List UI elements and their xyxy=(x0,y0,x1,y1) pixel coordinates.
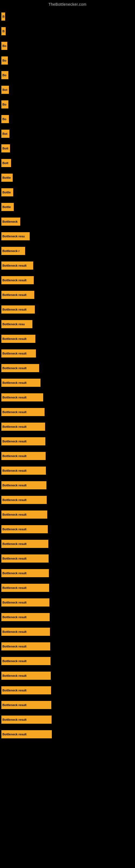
bar-label-48: Bottleneck result xyxy=(2,703,27,707)
bars-container: BBBoBoBoBotBoBoBotBottBottBottleBottleBo… xyxy=(0,8,135,743)
bar-label-22: Bottleneck resu xyxy=(2,322,25,326)
bar-38: Bottleneck result xyxy=(1,554,49,563)
bar-34: Bottleneck result xyxy=(1,496,47,504)
bar-label-31: Bottleneck result xyxy=(2,454,27,458)
bar-label-34: Bottleneck result xyxy=(2,498,27,501)
bar-label-49: Bottleneck result xyxy=(2,718,27,721)
bar-row: Bo xyxy=(1,40,135,54)
bar-row: Bottleneck result xyxy=(1,259,135,273)
bar-row: Bot xyxy=(1,127,135,142)
bar-21: Bottleneck result xyxy=(1,305,35,314)
bar-label-44: Bottleneck result xyxy=(2,645,27,648)
bar-label-28: Bottleneck result xyxy=(2,410,27,414)
bar-20: Bottleneck result xyxy=(1,291,34,299)
bar-47: Bottleneck result xyxy=(1,686,51,694)
bar-label-3: Bo xyxy=(2,44,6,48)
bar-row: Bottle xyxy=(1,201,135,215)
bar-label-17: Bottleneck r xyxy=(2,249,20,252)
bar-label-43: Bottleneck result xyxy=(2,630,27,633)
bar-label-24: Bottleneck result xyxy=(2,352,27,355)
bar-12: Bottle xyxy=(1,174,13,182)
bar-35: Bottleneck result xyxy=(1,510,47,519)
bar-label-19: Bottleneck result xyxy=(2,279,27,282)
bar-row: Bottle xyxy=(1,172,135,186)
bar-17: Bottleneck r xyxy=(1,247,25,255)
bar-45: Bottleneck result xyxy=(1,657,50,665)
bar-label-15: Bottleneck xyxy=(2,220,17,223)
bar-label-16: Bottleneck resu xyxy=(2,235,25,238)
bar-39: Bottleneck result xyxy=(1,569,49,577)
bar-row: Bottleneck result xyxy=(1,655,135,669)
bar-row: Bottleneck result xyxy=(1,670,135,684)
bar-label-46: Bottleneck result xyxy=(2,674,27,677)
bar-label-35: Bottleneck result xyxy=(2,513,27,516)
bar-41: Bottleneck result xyxy=(1,598,49,607)
bar-row: Bottleneck result xyxy=(1,567,135,581)
bar-6: Bot xyxy=(1,86,9,94)
bar-label-38: Bottleneck result xyxy=(2,557,27,560)
bar-49: Bottleneck result xyxy=(1,716,52,724)
bar-row: Bottleneck result xyxy=(1,450,135,464)
bar-row: Bottleneck result xyxy=(1,274,135,288)
bar-30: Bottleneck result xyxy=(1,437,45,445)
bar-label-32: Bottleneck result xyxy=(2,469,27,472)
bar-4: Bo xyxy=(1,56,8,65)
bar-row: Bottleneck result xyxy=(1,435,135,449)
bar-18: Bottleneck result xyxy=(1,261,33,270)
bar-row: Bottleneck resu xyxy=(1,230,135,244)
bar-label-20: Bottleneck result xyxy=(2,293,27,297)
bar-row: Bottleneck result xyxy=(1,508,135,522)
bar-label-21: Bottleneck result xyxy=(2,308,27,311)
bar-label-37: Bottleneck result xyxy=(2,542,27,546)
bar-label-6: Bot xyxy=(2,88,7,91)
bar-row: Bo xyxy=(1,54,135,68)
bar-23: Bottleneck result xyxy=(1,335,35,343)
bar-label-42: Bottleneck result xyxy=(2,616,27,619)
bar-row: Bottleneck result xyxy=(1,611,135,625)
bar-row: Bottleneck result xyxy=(1,699,135,713)
bar-32: Bottleneck result xyxy=(1,467,46,475)
bar-row: Bottleneck result xyxy=(1,596,135,610)
bar-row: Bo xyxy=(1,113,135,127)
bar-label-45: Bottleneck result xyxy=(2,659,27,663)
bar-3: Bo xyxy=(1,42,7,50)
bar-label-30: Bottleneck result xyxy=(2,440,27,443)
bar-label-12: Bottle xyxy=(2,176,11,179)
bar-50: Bottleneck result xyxy=(1,730,52,738)
bar-10: Bott xyxy=(1,144,10,152)
bar-36: Bottleneck result xyxy=(1,525,48,533)
bar-label-50: Bottleneck result xyxy=(2,733,27,736)
bar-row: Bottleneck resu xyxy=(1,318,135,332)
bar-7: Bo xyxy=(1,100,8,108)
bar-22: Bottleneck resu xyxy=(1,320,32,328)
bar-43: Bottleneck result xyxy=(1,628,50,636)
bar-row: Bottleneck result xyxy=(1,303,135,317)
bar-label-41: Bottleneck result xyxy=(2,601,27,604)
bar-37: Bottleneck result xyxy=(1,540,48,548)
bar-27: Bottleneck result xyxy=(1,393,43,401)
bar-8: Bo xyxy=(1,115,9,123)
bar-row: Bottleneck result xyxy=(1,347,135,361)
bar-label-11: Bott xyxy=(2,161,8,165)
bar-row: Bottleneck result xyxy=(1,625,135,640)
bar-row: Bottleneck result xyxy=(1,523,135,537)
bar-row: Bottleneck result xyxy=(1,728,135,742)
bar-row: Bottleneck result xyxy=(1,391,135,405)
bar-9: Bot xyxy=(1,130,9,138)
bar-2: B xyxy=(1,27,6,35)
bar-15: Bottleneck xyxy=(1,218,20,226)
bar-48: Bottleneck result xyxy=(1,701,51,709)
bar-5: Bo xyxy=(1,71,8,79)
bar-label-27: Bottleneck result xyxy=(2,396,27,399)
bar-label-5: Bo xyxy=(2,73,6,77)
bar-26: Bottleneck result xyxy=(1,379,41,387)
bar-row: Bottleneck result xyxy=(1,362,135,376)
site-title: TheBottlenecker.com xyxy=(0,0,135,8)
bar-row: Bottleneck result xyxy=(1,494,135,508)
bar-row: Bottleneck result xyxy=(1,406,135,420)
bar-row: Bottleneck result xyxy=(1,640,135,654)
bar-28: Bottleneck result xyxy=(1,408,45,416)
bar-label-10: Bott xyxy=(2,147,8,150)
bar-31: Bottleneck result xyxy=(1,452,46,460)
bar-row: Bottleneck result xyxy=(1,538,135,552)
